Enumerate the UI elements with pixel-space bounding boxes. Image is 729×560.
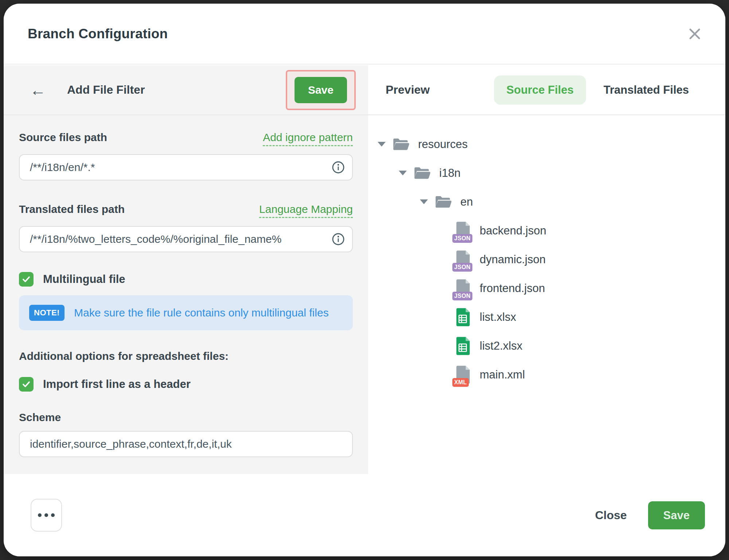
import-first-line-label: Import first line as a header bbox=[43, 378, 191, 391]
modal-footer: Close Save bbox=[4, 474, 725, 556]
checkbox-checked-icon[interactable] bbox=[19, 377, 34, 392]
caret-down-icon[interactable] bbox=[420, 199, 428, 204]
tree-folder-i18n[interactable]: i18n bbox=[378, 159, 718, 187]
tree-item-label: list2.xlsx bbox=[480, 339, 522, 353]
scheme-label: Scheme bbox=[19, 411, 61, 424]
more-options-icon bbox=[38, 513, 42, 517]
caret-down-icon[interactable] bbox=[399, 171, 407, 175]
scheme-input[interactable] bbox=[19, 431, 353, 457]
preview-panel: Preview Source FilesTranslated Files res… bbox=[368, 65, 725, 474]
save-button[interactable]: Save bbox=[648, 501, 705, 529]
close-icon[interactable] bbox=[685, 24, 705, 44]
tree-folder-en[interactable]: en bbox=[378, 187, 718, 216]
tab-translated-files[interactable]: Translated Files bbox=[591, 75, 701, 105]
branch-configuration-modal: Branch Configuration ← Add File Filter S… bbox=[4, 4, 725, 556]
file-tree: resourcesi18nenJSONbackend.jsonJSONdynam… bbox=[368, 115, 725, 396]
language-mapping-link[interactable]: Language Mapping bbox=[259, 203, 353, 218]
note-text: Make sure the file rule contains only mu… bbox=[74, 307, 329, 319]
preview-subheader: Preview Source FilesTranslated Files bbox=[368, 65, 725, 115]
tree-file-list-xlsx[interactable]: list.xlsx bbox=[378, 303, 718, 331]
tree-file-list2-xlsx[interactable]: list2.xlsx bbox=[378, 331, 718, 360]
file-filter-subheader: ← Add File Filter Save bbox=[4, 65, 368, 115]
tree-item-label: resources bbox=[418, 138, 468, 151]
multilingual-file-checkbox-row[interactable]: Multilingual file bbox=[19, 272, 353, 287]
tree-file-frontend-json[interactable]: JSONfrontend.json bbox=[378, 274, 718, 303]
note-badge: NOTE! bbox=[29, 305, 65, 321]
tree-item-label: main.xml bbox=[480, 368, 525, 381]
import-first-line-checkbox-row[interactable]: Import first line as a header bbox=[19, 377, 353, 392]
tree-item-label: frontend.json bbox=[480, 282, 545, 295]
preview-tabs: Source FilesTranslated Files bbox=[494, 75, 701, 105]
tree-item-label: i18n bbox=[439, 167, 461, 180]
multilingual-note: NOTE! Make sure the file rule contains o… bbox=[19, 295, 353, 330]
more-options-icon bbox=[51, 513, 55, 517]
translated-files-path-input[interactable] bbox=[19, 226, 353, 252]
tree-file-dynamic-json[interactable]: JSONdynamic.json bbox=[378, 245, 718, 274]
folder-open-icon bbox=[413, 166, 430, 180]
info-icon[interactable] bbox=[332, 233, 345, 246]
modal-title: Branch Configuration bbox=[28, 26, 168, 42]
add-file-filter-title: Add File Filter bbox=[67, 83, 145, 97]
folder-open-icon bbox=[392, 137, 409, 152]
tree-item-label: backend.json bbox=[480, 224, 546, 237]
tab-source-files[interactable]: Source Files bbox=[494, 75, 586, 105]
tree-item-label: list.xlsx bbox=[480, 311, 516, 324]
add-ignore-pattern-link[interactable]: Add ignore pattern bbox=[263, 131, 353, 146]
spreadsheet-options-heading: Additional options for spreadsheet files… bbox=[19, 350, 353, 362]
source-files-path-label: Source files path bbox=[19, 131, 107, 144]
json-file-icon: JSON bbox=[456, 221, 471, 240]
tree-folder-resources[interactable]: resources bbox=[378, 130, 718, 159]
save-filter-button[interactable]: Save bbox=[295, 77, 347, 103]
file-filter-form: Source files path Add ignore pattern Tra… bbox=[4, 115, 368, 474]
translated-files-path-label: Translated files path bbox=[19, 203, 125, 215]
tree-file-backend-json[interactable]: JSONbackend.json bbox=[378, 216, 718, 245]
checkbox-checked-icon[interactable] bbox=[19, 272, 34, 287]
json-badge: JSON bbox=[452, 292, 472, 300]
xml-badge: XML bbox=[452, 378, 469, 387]
tree-file-main-xml[interactable]: XMLmain.xml bbox=[378, 360, 718, 389]
folder-open-icon bbox=[434, 195, 452, 209]
json-badge: JSON bbox=[452, 234, 472, 243]
modal-content: ← Add File Filter Save Source files path… bbox=[4, 65, 725, 474]
json-file-icon: JSON bbox=[456, 279, 471, 298]
more-options-icon bbox=[44, 513, 48, 517]
info-icon[interactable] bbox=[332, 161, 345, 174]
tree-item-label: dynamic.json bbox=[480, 253, 546, 266]
modal-header: Branch Configuration bbox=[4, 4, 725, 65]
json-file-icon: JSON bbox=[456, 250, 471, 269]
save-highlight-annotation: Save bbox=[286, 70, 356, 110]
xml-file-icon: XML bbox=[456, 365, 471, 384]
close-button[interactable]: Close bbox=[595, 509, 627, 522]
file-filter-panel: ← Add File Filter Save Source files path… bbox=[4, 65, 368, 474]
multilingual-file-label: Multilingual file bbox=[43, 273, 125, 286]
tree-item-label: en bbox=[460, 195, 473, 209]
xlsx-file-icon bbox=[456, 308, 471, 327]
more-options-button[interactable] bbox=[31, 499, 62, 532]
json-badge: JSON bbox=[452, 263, 472, 272]
source-files-path-input[interactable] bbox=[19, 154, 353, 180]
back-arrow-icon[interactable]: ← bbox=[30, 82, 46, 98]
caret-down-icon[interactable] bbox=[378, 142, 386, 147]
preview-title: Preview bbox=[386, 83, 430, 97]
xlsx-file-icon bbox=[456, 337, 471, 355]
